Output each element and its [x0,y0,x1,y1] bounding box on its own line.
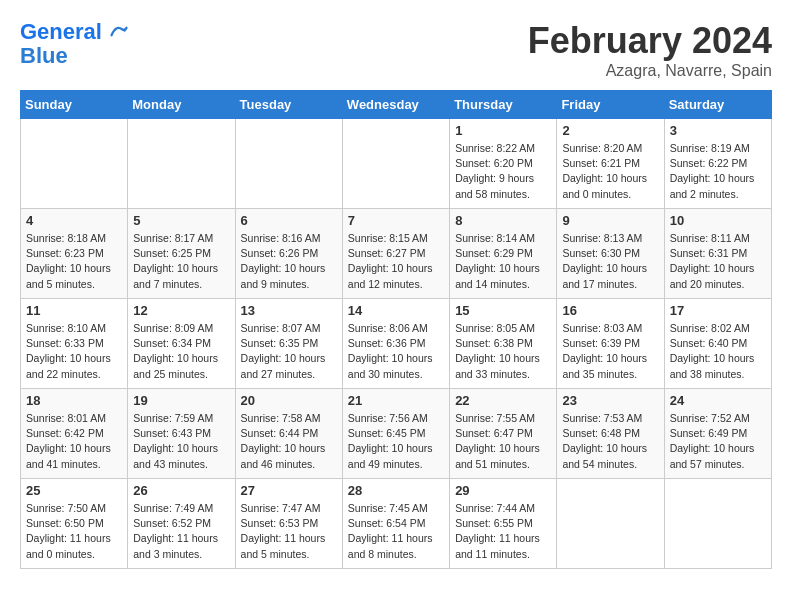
calendar-cell: 16Sunrise: 8:03 AMSunset: 6:39 PMDayligh… [557,299,664,389]
calendar-cell: 14Sunrise: 8:06 AMSunset: 6:36 PMDayligh… [342,299,449,389]
day-number: 5 [133,213,229,228]
calendar-cell: 18Sunrise: 8:01 AMSunset: 6:42 PMDayligh… [21,389,128,479]
day-number: 13 [241,303,337,318]
day-number: 7 [348,213,444,228]
day-number: 18 [26,393,122,408]
calendar-cell: 17Sunrise: 8:02 AMSunset: 6:40 PMDayligh… [664,299,771,389]
calendar-cell: 11Sunrise: 8:10 AMSunset: 6:33 PMDayligh… [21,299,128,389]
day-info: Sunrise: 8:06 AMSunset: 6:36 PMDaylight:… [348,321,444,382]
calendar-cell: 24Sunrise: 7:52 AMSunset: 6:49 PMDayligh… [664,389,771,479]
day-info: Sunrise: 7:59 AMSunset: 6:43 PMDaylight:… [133,411,229,472]
calendar-cell: 12Sunrise: 8:09 AMSunset: 6:34 PMDayligh… [128,299,235,389]
days-of-week-row: SundayMondayTuesdayWednesdayThursdayFrid… [21,91,772,119]
calendar-cell: 19Sunrise: 7:59 AMSunset: 6:43 PMDayligh… [128,389,235,479]
calendar-table: SundayMondayTuesdayWednesdayThursdayFrid… [20,90,772,569]
day-number: 17 [670,303,766,318]
day-number: 2 [562,123,658,138]
day-info: Sunrise: 7:56 AMSunset: 6:45 PMDaylight:… [348,411,444,472]
day-number: 15 [455,303,551,318]
day-info: Sunrise: 8:13 AMSunset: 6:30 PMDaylight:… [562,231,658,292]
calendar-cell: 26Sunrise: 7:49 AMSunset: 6:52 PMDayligh… [128,479,235,569]
day-info: Sunrise: 7:52 AMSunset: 6:49 PMDaylight:… [670,411,766,472]
day-info: Sunrise: 8:16 AMSunset: 6:26 PMDaylight:… [241,231,337,292]
day-number: 23 [562,393,658,408]
day-info: Sunrise: 8:22 AMSunset: 6:20 PMDaylight:… [455,141,551,202]
calendar-cell: 15Sunrise: 8:05 AMSunset: 6:38 PMDayligh… [450,299,557,389]
calendar-cell [235,119,342,209]
day-info: Sunrise: 8:03 AMSunset: 6:39 PMDaylight:… [562,321,658,382]
day-number: 25 [26,483,122,498]
day-number: 11 [26,303,122,318]
day-number: 21 [348,393,444,408]
calendar-cell: 7Sunrise: 8:15 AMSunset: 6:27 PMDaylight… [342,209,449,299]
day-info: Sunrise: 7:49 AMSunset: 6:52 PMDaylight:… [133,501,229,562]
day-number: 12 [133,303,229,318]
calendar-header: SundayMondayTuesdayWednesdayThursdayFrid… [21,91,772,119]
day-info: Sunrise: 8:19 AMSunset: 6:22 PMDaylight:… [670,141,766,202]
calendar-cell: 28Sunrise: 7:45 AMSunset: 6:54 PMDayligh… [342,479,449,569]
day-info: Sunrise: 8:20 AMSunset: 6:21 PMDaylight:… [562,141,658,202]
day-info: Sunrise: 8:01 AMSunset: 6:42 PMDaylight:… [26,411,122,472]
day-number: 9 [562,213,658,228]
day-info: Sunrise: 7:58 AMSunset: 6:44 PMDaylight:… [241,411,337,472]
day-info: Sunrise: 7:45 AMSunset: 6:54 PMDaylight:… [348,501,444,562]
day-number: 6 [241,213,337,228]
day-number: 29 [455,483,551,498]
calendar-week-row: 1Sunrise: 8:22 AMSunset: 6:20 PMDaylight… [21,119,772,209]
day-number: 24 [670,393,766,408]
calendar-cell: 5Sunrise: 8:17 AMSunset: 6:25 PMDaylight… [128,209,235,299]
day-number: 28 [348,483,444,498]
calendar-cell: 22Sunrise: 7:55 AMSunset: 6:47 PMDayligh… [450,389,557,479]
calendar-cell: 29Sunrise: 7:44 AMSunset: 6:55 PMDayligh… [450,479,557,569]
calendar-cell: 27Sunrise: 7:47 AMSunset: 6:53 PMDayligh… [235,479,342,569]
calendar-week-row: 25Sunrise: 7:50 AMSunset: 6:50 PMDayligh… [21,479,772,569]
day-info: Sunrise: 8:15 AMSunset: 6:27 PMDaylight:… [348,231,444,292]
calendar-cell [21,119,128,209]
calendar-cell: 6Sunrise: 8:16 AMSunset: 6:26 PMDaylight… [235,209,342,299]
day-number: 26 [133,483,229,498]
day-of-week-header: Tuesday [235,91,342,119]
calendar-cell [342,119,449,209]
day-of-week-header: Saturday [664,91,771,119]
day-info: Sunrise: 7:44 AMSunset: 6:55 PMDaylight:… [455,501,551,562]
day-number: 19 [133,393,229,408]
calendar-cell [128,119,235,209]
calendar-cell: 13Sunrise: 8:07 AMSunset: 6:35 PMDayligh… [235,299,342,389]
day-info: Sunrise: 7:55 AMSunset: 6:47 PMDaylight:… [455,411,551,472]
calendar-cell: 23Sunrise: 7:53 AMSunset: 6:48 PMDayligh… [557,389,664,479]
logo: General Blue [20,20,132,68]
calendar-title: February 2024 [528,20,772,62]
calendar-cell [557,479,664,569]
day-of-week-header: Monday [128,91,235,119]
calendar-cell: 25Sunrise: 7:50 AMSunset: 6:50 PMDayligh… [21,479,128,569]
day-number: 14 [348,303,444,318]
calendar-cell: 9Sunrise: 8:13 AMSunset: 6:30 PMDaylight… [557,209,664,299]
calendar-week-row: 11Sunrise: 8:10 AMSunset: 6:33 PMDayligh… [21,299,772,389]
day-info: Sunrise: 8:11 AMSunset: 6:31 PMDaylight:… [670,231,766,292]
day-info: Sunrise: 8:10 AMSunset: 6:33 PMDaylight:… [26,321,122,382]
day-info: Sunrise: 8:02 AMSunset: 6:40 PMDaylight:… [670,321,766,382]
day-number: 16 [562,303,658,318]
day-number: 10 [670,213,766,228]
day-info: Sunrise: 8:17 AMSunset: 6:25 PMDaylight:… [133,231,229,292]
day-info: Sunrise: 7:53 AMSunset: 6:48 PMDaylight:… [562,411,658,472]
logo-text: General [20,20,132,44]
day-number: 20 [241,393,337,408]
day-info: Sunrise: 8:05 AMSunset: 6:38 PMDaylight:… [455,321,551,382]
calendar-cell: 2Sunrise: 8:20 AMSunset: 6:21 PMDaylight… [557,119,664,209]
calendar-cell [664,479,771,569]
logo-icon [110,21,128,39]
day-info: Sunrise: 8:07 AMSunset: 6:35 PMDaylight:… [241,321,337,382]
page-header: General Blue February 2024 Azagra, Navar… [20,20,772,80]
day-number: 4 [26,213,122,228]
day-info: Sunrise: 7:47 AMSunset: 6:53 PMDaylight:… [241,501,337,562]
calendar-subtitle: Azagra, Navarre, Spain [528,62,772,80]
day-number: 8 [455,213,551,228]
day-number: 22 [455,393,551,408]
day-info: Sunrise: 8:18 AMSunset: 6:23 PMDaylight:… [26,231,122,292]
calendar-cell: 20Sunrise: 7:58 AMSunset: 6:44 PMDayligh… [235,389,342,479]
calendar-week-row: 18Sunrise: 8:01 AMSunset: 6:42 PMDayligh… [21,389,772,479]
day-info: Sunrise: 7:50 AMSunset: 6:50 PMDaylight:… [26,501,122,562]
calendar-cell: 3Sunrise: 8:19 AMSunset: 6:22 PMDaylight… [664,119,771,209]
day-of-week-header: Friday [557,91,664,119]
